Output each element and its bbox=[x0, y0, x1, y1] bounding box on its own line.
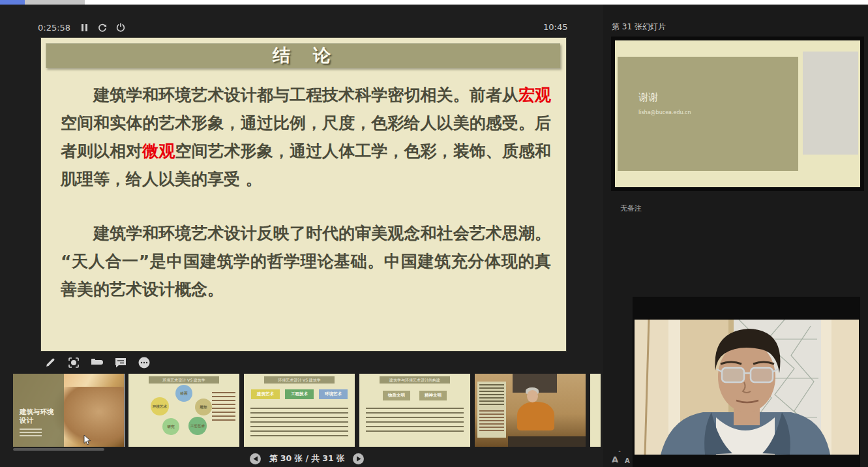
laser-pointer-icon[interactable] bbox=[67, 355, 81, 370]
current-time: 10:45 bbox=[543, 22, 567, 32]
scholar-head bbox=[527, 390, 538, 402]
next-slide-button[interactable] bbox=[353, 453, 364, 464]
box-material-civilization: 物质文明 bbox=[383, 391, 410, 400]
preview-gray-panel bbox=[803, 52, 858, 155]
thumbnail-header: 环境艺术设计 VS 建筑学 bbox=[149, 376, 220, 384]
next-slide-header: 第 31 张幻灯片 bbox=[612, 22, 666, 33]
restart-icon[interactable] bbox=[98, 23, 107, 32]
desk bbox=[508, 436, 586, 447]
thumbnail-slide-2[interactable]: 环境艺术设计 VS 建筑学 绘画 环境艺术 雕塑 研究 工艺艺术 bbox=[128, 374, 239, 447]
box-spiritual-civilization: 精神文明 bbox=[419, 391, 447, 400]
thumbnail-title: 建筑与环境 设计 bbox=[20, 408, 60, 425]
thumbnail-subtitle-lines bbox=[20, 429, 42, 438]
thumbnail-text-lines bbox=[212, 392, 235, 423]
slide-paragraph-1: 建筑学和环境艺术设计都与工程技术科学密切相关。前者从宏观空间和实体的艺术形象，通… bbox=[61, 81, 551, 193]
slide-paragraph-2: 建筑学和环境艺术设计反映了时代的审美观念和社会艺术思潮。“天人合一”是中国建筑学… bbox=[61, 219, 551, 303]
slide-position-label: 第 30 张 / 共 31 张 bbox=[269, 453, 344, 464]
slide-title: 结 论 bbox=[46, 43, 560, 68]
slide-title-banner: 结 论 bbox=[46, 43, 560, 68]
font-decrease-button[interactable]: A bbox=[625, 457, 630, 464]
thumbnail-header: 建筑学与环境艺术设计的构建 bbox=[380, 376, 451, 384]
scholar-robe bbox=[517, 402, 555, 431]
presenter-timer-bar: 0:25:58 bbox=[38, 22, 125, 33]
pause-icon[interactable] bbox=[80, 23, 89, 32]
red-highlight-micro: 微观 bbox=[142, 142, 175, 160]
preview-slide-canvas: 谢谢 lisha@bucea.edu.cn bbox=[615, 40, 860, 187]
previous-slide-button[interactable] bbox=[250, 453, 261, 464]
window-top-strip bbox=[0, 0, 868, 5]
preview-title: 谢谢 bbox=[638, 91, 658, 104]
thumbnail-text-lines bbox=[366, 408, 464, 434]
font-increase-button[interactable]: A bbox=[612, 455, 618, 464]
notes-font-controls: A A bbox=[612, 455, 630, 464]
thumbnail-text-lines bbox=[250, 408, 348, 436]
more-icon[interactable] bbox=[137, 355, 151, 370]
red-highlight-macro: 宏观 bbox=[518, 85, 551, 104]
thumbnail-slide-4[interactable]: 建筑学与环境艺术设计的构建 物质文明 精神文明 bbox=[359, 374, 470, 447]
bubble-research: 研究 bbox=[162, 418, 179, 435]
text-run: 建筑学和环境艺术设计都与工程技术科学密切相关。前者从 bbox=[93, 85, 518, 104]
annotation-toolbar bbox=[43, 355, 151, 370]
box-architecture-art: 建筑艺术 bbox=[251, 389, 280, 399]
pen-icon[interactable] bbox=[43, 355, 57, 370]
thumbnail-slide-3[interactable]: 环境艺术设计 VS 建筑学 建筑艺术 工程技术 环境艺术 bbox=[244, 374, 355, 447]
thumbnail-strip: 建筑与环境 设计 环境艺术设计 VS 建筑学 绘画 环境艺术 雕塑 研究 工艺艺… bbox=[13, 374, 601, 447]
elapsed-timer: 0:25:58 bbox=[38, 23, 70, 33]
slide-canvas[interactable]: 结 论 建筑学和环境艺术设计都与工程技术科学密切相关。前者从宏观空间和实体的艺术… bbox=[41, 38, 566, 351]
bubble-crafts: 工艺艺术 bbox=[188, 417, 207, 435]
end-show-icon[interactable] bbox=[116, 23, 125, 32]
quote-box bbox=[477, 382, 506, 438]
window-strip-gray bbox=[25, 0, 85, 5]
box-engineering: 工程技术 bbox=[285, 389, 314, 399]
slide-navigation: 第 30 张 / 共 31 张 bbox=[250, 453, 364, 464]
thumbnail-header: 环境艺术设计 VS 建筑学 bbox=[264, 376, 335, 384]
bubble-painting: 绘画 bbox=[175, 385, 192, 402]
next-slide-preview[interactable]: 谢谢 lisha@bucea.edu.cn bbox=[611, 37, 864, 191]
preview-email: lisha@bucea.edu.cn bbox=[638, 110, 691, 115]
box-environment-art: 环境艺术 bbox=[319, 389, 348, 399]
comments-icon[interactable] bbox=[113, 355, 128, 370]
mouse-cursor bbox=[83, 434, 93, 449]
slide-body: 建筑学和环境艺术设计都与工程技术科学密切相关。前者从宏观空间和实体的艺术形象，通… bbox=[61, 81, 551, 303]
thumbnail-slide-5[interactable] bbox=[475, 374, 586, 447]
bubble-environment-art: 环境艺术 bbox=[151, 397, 169, 415]
webcam-video bbox=[633, 297, 860, 467]
camera-icon[interactable] bbox=[90, 355, 104, 370]
bubble-sculpture: 雕塑 bbox=[195, 399, 212, 415]
thumbnail-slide-6[interactable] bbox=[590, 374, 601, 447]
window-strip-blue bbox=[0, 0, 25, 5]
thumbnail-slide-1[interactable]: 建筑与环境 设计 bbox=[13, 374, 124, 447]
notes-label: 无备注 bbox=[620, 203, 642, 213]
